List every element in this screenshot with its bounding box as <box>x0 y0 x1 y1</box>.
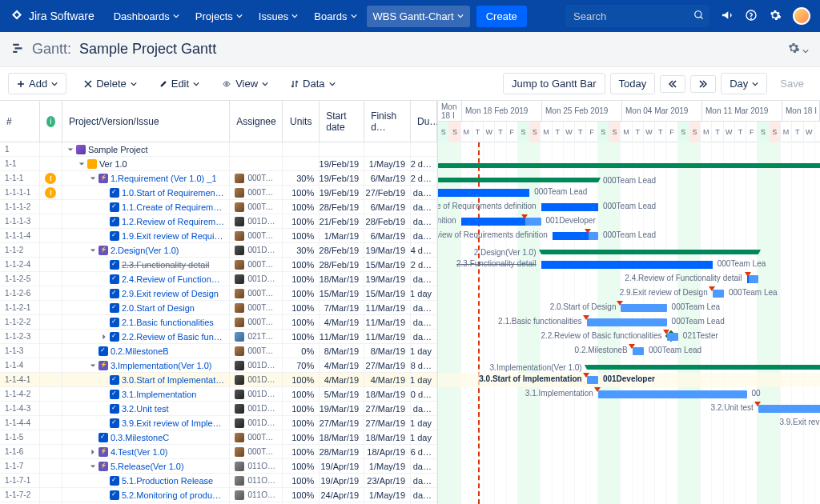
table-row[interactable]: 1-1-2-12.0.Start of Design000Te…100%7/Ma… <box>0 301 437 315</box>
gantt-row[interactable]: 000Team LeadCreate of Requirements defin… <box>438 200 820 214</box>
expand-icon[interactable] <box>90 449 96 455</box>
task-bar[interactable]: 000Team Lead…ion <box>438 189 529 197</box>
table-row[interactable]: 1-1-2-42.3.Functionality detail000Te…100… <box>0 258 437 272</box>
col-id[interactable]: # <box>0 101 40 142</box>
table-row[interactable]: 1-1-43.Implementation(Ver 1.0)001De…70%4… <box>0 358 437 373</box>
table-row[interactable]: 1-1-4-13.0.Start of Implementati…001De…1… <box>0 373 437 387</box>
task-bar[interactable]: 000Team Lead0.2.MilestoneB <box>633 347 644 355</box>
table-row[interactable]: 1-1-2-22.1.Basic functionalities000Te…10… <box>0 315 437 330</box>
nav-item-projects[interactable]: Projects <box>189 6 249 27</box>
task-bar[interactable]: 000Team Lead2.1.Basic functionalities <box>587 318 667 326</box>
table-row[interactable]: 1-1-7-15.1.Production Release011Op…100%1… <box>0 474 437 488</box>
table-row[interactable]: 1-1-50.3.MilestoneC000Te…100%18/Mar/1918… <box>0 430 437 445</box>
gantt-row[interactable] <box>438 157 820 171</box>
delete-button[interactable]: Delete <box>79 74 142 94</box>
summary-bar[interactable] <box>438 163 820 168</box>
search-button[interactable] <box>693 10 705 23</box>
add-button[interactable]: Add <box>8 73 66 94</box>
unit-button[interactable]: Day <box>721 73 767 94</box>
table-row[interactable]: 1-1-2-52.4.Review of Functionali…001De…1… <box>0 272 437 286</box>
view-button[interactable]: View <box>217 74 273 94</box>
gantt-row[interactable]: 000Team Lead0.2.MilestoneB <box>438 344 820 358</box>
table-row[interactable]: 1-1-4-33.2.Unit test001De…100%19/Mar/192… <box>0 402 437 416</box>
gantt-row[interactable]: 000Team Lead…ion <box>438 186 820 200</box>
col-finish[interactable]: Finish d… <box>364 101 411 142</box>
gantt-row[interactable]: 000Team Lea2.0.Start of Design <box>438 301 820 315</box>
create-button[interactable]: Create <box>476 6 527 27</box>
table-row[interactable]: 1-1-4-43.9.Exit review of Implem…001De…1… <box>0 416 437 430</box>
collapse-icon[interactable] <box>90 463 96 470</box>
page-gear-icon[interactable] <box>787 42 809 57</box>
gantt-row[interactable] <box>438 459 820 474</box>
collapse-icon[interactable] <box>67 146 74 153</box>
next-button[interactable] <box>690 75 716 93</box>
table-row[interactable]: 1-1-1!1.Requirement (Ver 1.0) _1000Te…30… <box>0 171 437 186</box>
summary-bar[interactable]: 3.Implementation(Ver 1.0) <box>587 365 820 370</box>
table-row[interactable]: 1-1-1-41.9.Exit review of Requir…000Te…1… <box>0 229 437 243</box>
jump-button[interactable]: Jump to Gantt Bar <box>503 73 605 94</box>
gantt-row[interactable] <box>438 445 820 459</box>
gear-icon[interactable] <box>769 9 782 24</box>
gantt-row[interactable]: 021Tester2.2.Review of Basic functionali… <box>438 330 820 344</box>
table-row[interactable]: 1-1-75.Release(Ver 1.0)011Op…100%19/Apr/… <box>0 459 437 474</box>
task-bar[interactable]: 021Tester2.2.Review of Basic functionali… <box>667 333 678 341</box>
nav-item-issues[interactable]: Issues <box>252 6 305 27</box>
gantt-row[interactable]: 2.4.Review of Functionality detail <box>438 272 820 286</box>
table-row[interactable]: 1-1-2-62.9.Exit review of Design000Te…10… <box>0 286 437 301</box>
gantt-row[interactable]: 003.1.Implementation <box>438 387 820 402</box>
collapse-icon[interactable] <box>90 175 96 182</box>
gantt-row[interactable]: 001Developerdefinition <box>438 214 820 229</box>
gantt-row[interactable] <box>438 474 820 488</box>
gantt-row[interactable] <box>438 488 820 502</box>
table-row[interactable]: 1-1-1-31.2.Review of Requireme…001De…100… <box>0 214 437 229</box>
task-bar[interactable]: 001Developerdefinition <box>461 218 541 226</box>
col-warn[interactable]: i <box>40 101 62 142</box>
gantt-row[interactable] <box>438 142 820 157</box>
gantt-row[interactable]: 001Developer3.0.Start of Implementation <box>438 373 820 387</box>
today-button[interactable]: Today <box>610 73 656 94</box>
user-avatar[interactable] <box>793 7 810 25</box>
task-bar[interactable]: 003.1.Implementation <box>598 390 747 398</box>
nav-item-dashboards[interactable]: Dashboards <box>107 6 186 27</box>
nav-item-boards[interactable]: Boards <box>308 6 363 27</box>
task-bar[interactable]: 000Team Leadixit review of Requirements … <box>553 232 598 240</box>
search-input[interactable] <box>565 5 709 27</box>
gantt-row[interactable]: 3.9.Exit review of I <box>438 416 820 430</box>
collapse-icon[interactable] <box>78 161 85 167</box>
table-row[interactable]: 1Sample Project <box>0 142 437 157</box>
table-row[interactable]: 1-1-1-1!1.0.Start of Requirement…000Te…1… <box>0 186 437 200</box>
col-start[interactable]: Start date <box>320 101 364 142</box>
task-bar[interactable]: 001Developer3.0.Start of Implementation <box>587 376 598 384</box>
expand-icon[interactable] <box>101 334 107 340</box>
data-button[interactable]: Data <box>286 74 340 94</box>
gantt-row[interactable]: 2.Design(Ver 1.0) <box>438 243 820 258</box>
gantt-row[interactable] <box>438 430 820 445</box>
gantt-row[interactable]: 000Team Lea2.3.Functionality detail <box>438 258 820 272</box>
collapse-icon[interactable] <box>90 362 96 369</box>
table-row[interactable]: 1-1-7-25.2.Monitoring of produc…011Op…10… <box>0 488 437 502</box>
edit-button[interactable]: Edit <box>155 74 204 94</box>
col-du[interactable]: Du… <box>411 101 437 142</box>
product-logo[interactable]: Jira Software <box>10 9 94 23</box>
table-row[interactable]: 1-1-22.Design(Ver 1.0)001De…30%28/Feb/19… <box>0 243 437 258</box>
col-assignee[interactable]: Assignee <box>230 101 283 142</box>
col-units[interactable]: Units <box>283 101 320 142</box>
prev-button[interactable] <box>660 75 685 93</box>
gantt-row[interactable]: 3.2.Unit test <box>438 402 820 416</box>
task-bar[interactable]: 000Team Lea2.0.Start of Design <box>621 304 666 312</box>
summary-bar[interactable]: 2.Design(Ver 1.0) <box>541 250 758 254</box>
task-bar[interactable]: 000Team LeadCreate of Requirements defin… <box>541 203 598 211</box>
gantt-row[interactable]: 3.Implementation(Ver 1.0) <box>438 358 820 373</box>
megaphone-icon[interactable] <box>721 9 734 24</box>
table-row[interactable]: 1-1-1-21.1.Create of Requireme…000Te…100… <box>0 200 437 214</box>
gantt-row[interactable]: 000Team Leadixit review of Requirements … <box>438 229 820 243</box>
timeline-body[interactable]: 000Team Lead) _1000Team Lead…ion000Team … <box>438 142 820 504</box>
gantt-row[interactable]: 000Team Lea2.9.Exit review of Design <box>438 286 820 301</box>
gantt-row[interactable]: 000Team Lead) _1 <box>438 171 820 186</box>
table-row[interactable]: 1-1Ver 1.019/Feb/191/May/1952 d… <box>0 157 437 171</box>
task-bar[interactable]: 000Team Lea2.9.Exit review of Design <box>713 290 724 298</box>
table-row[interactable]: 1-1-4-23.1.Implementation001De…100%5/Mar… <box>0 387 437 402</box>
gantt-row[interactable]: 000Team Lead2.1.Basic functionalities <box>438 315 820 330</box>
summary-bar[interactable]: 000Team Lead) _1 <box>438 178 598 182</box>
col-issue[interactable]: Project/Version/Issue <box>62 101 230 142</box>
